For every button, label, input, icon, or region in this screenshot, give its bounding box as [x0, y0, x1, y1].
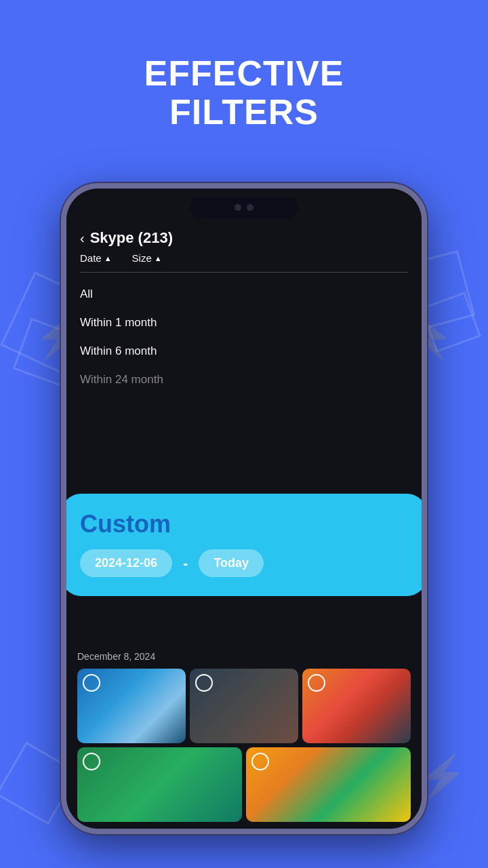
end-date-pill[interactable]: Today	[199, 549, 264, 577]
photo-section: December 8, 2024	[66, 644, 422, 829]
page-heading: EFFECTIVE FILTERS	[0, 54, 488, 132]
deco-shape-4	[420, 292, 481, 353]
photo-grid-row2	[77, 747, 411, 822]
heading-line1: EFFECTIVE	[0, 54, 488, 93]
filter-all[interactable]: All	[80, 281, 408, 308]
photo-thumb-sunset[interactable]	[302, 669, 411, 743]
phone-notch	[190, 197, 298, 218]
sort-row: Date ▲ Size ▲	[80, 252, 408, 264]
custom-date-card: Custom 2024-12-06 - Today	[66, 494, 422, 596]
select-circle-4[interactable]	[83, 753, 100, 770]
photo-date-label: December 8, 2024	[77, 651, 411, 662]
heading-line2: FILTERS	[0, 93, 488, 132]
sort-date-button[interactable]: Date ▲	[80, 252, 112, 264]
filter-6month[interactable]: Within 6 month	[80, 338, 408, 365]
filter-list: All Within 1 month Within 6 month Within…	[80, 281, 408, 393]
start-date-pill[interactable]: 2024-12-06	[80, 549, 172, 577]
select-circle-2[interactable]	[195, 674, 213, 692]
screen-content: ‹ Skype (213) Date ▲ Size ▲ All Within 1…	[66, 229, 422, 829]
photo-thumb-green[interactable]	[77, 747, 242, 822]
select-circle-1[interactable]	[83, 674, 100, 692]
filter-1month[interactable]: Within 1 month	[80, 309, 408, 336]
photo-thumb-food[interactable]	[246, 747, 411, 822]
select-circle-3[interactable]	[308, 674, 325, 692]
sort-size-button[interactable]: Size ▲	[132, 252, 162, 264]
back-button[interactable]: ‹	[80, 231, 85, 246]
custom-label: Custom	[80, 510, 408, 538]
sort-date-arrow: ▲	[104, 254, 112, 262]
title-row: ‹ Skype (213)	[80, 229, 408, 247]
photo-thumb-book[interactable]	[190, 669, 298, 743]
notch-dot-2	[247, 204, 253, 211]
date-range-row: 2024-12-06 - Today	[80, 549, 408, 577]
photo-grid-row1	[77, 669, 411, 743]
phone-frame: ‹ Skype (213) Date ▲ Size ▲ All Within 1…	[61, 183, 427, 834]
screen-title: Skype (213)	[90, 229, 173, 247]
photo-thumb-ocean[interactable]	[77, 669, 186, 743]
select-circle-5[interactable]	[251, 753, 269, 770]
sort-size-arrow: ▲	[155, 254, 162, 262]
phone-screen: ‹ Skype (213) Date ▲ Size ▲ All Within 1…	[66, 189, 422, 829]
sort-date-label: Date	[80, 252, 102, 264]
filter-24month[interactable]: Within 24 month	[80, 366, 408, 393]
divider	[80, 272, 408, 273]
date-separator: -	[183, 555, 188, 572]
notch-dot-1	[235, 204, 241, 211]
sort-size-label: Size	[132, 252, 152, 264]
